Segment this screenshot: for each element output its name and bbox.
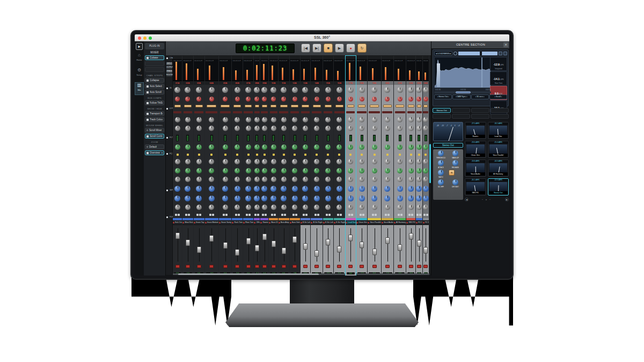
knob[interactable]	[271, 126, 276, 131]
record-arm-icon[interactable]	[194, 222, 195, 223]
knob[interactable]	[245, 186, 251, 192]
channel-strip-bass-sub[interactable]: SSL/B 4CH12ABass Sub-2.8	[290, 56, 300, 276]
knob[interactable]	[262, 205, 267, 210]
knob[interactable]	[423, 196, 429, 201]
vu-tile-vocal-audio[interactable]: -19.8 dBFSVocal Audio	[465, 160, 486, 177]
track-name[interactable]: Vocs Parallel	[368, 220, 380, 225]
knob[interactable]	[235, 159, 240, 164]
panel-item-track-colours[interactable]: Track Colours	[145, 117, 164, 122]
mute-button[interactable]	[235, 265, 239, 268]
dynamics-button[interactable]	[408, 105, 414, 107]
knob[interactable]	[314, 97, 319, 102]
mute-button[interactable]	[223, 265, 228, 268]
strip-tab[interactable]	[232, 56, 243, 60]
knob[interactable]	[185, 87, 191, 93]
knob[interactable]	[261, 196, 267, 201]
fader[interactable]: 0.0	[311, 225, 322, 276]
switch-row[interactable]	[314, 214, 319, 216]
comp-knob-threshold[interactable]: THRESHOLD	[434, 150, 448, 159]
knob[interactable]	[235, 144, 240, 150]
close-icon[interactable]: ✕	[503, 42, 508, 47]
switch-row[interactable]	[408, 214, 413, 216]
strip-tab[interactable]	[279, 56, 289, 60]
channel-strip-rooms[interactable]: SSL/B 4CH09ARooms0.0	[260, 56, 268, 276]
knob[interactable]	[292, 196, 298, 201]
mute-button[interactable]	[255, 265, 259, 268]
switch-row[interactable]	[398, 214, 402, 216]
knob[interactable]	[408, 168, 414, 173]
knob[interactable]	[196, 186, 202, 192]
knob[interactable]	[254, 177, 260, 182]
track-name[interactable]: FX 2	[416, 220, 422, 225]
knob[interactable]	[423, 177, 428, 182]
knob[interactable]	[348, 144, 353, 150]
knob[interactable]	[246, 97, 251, 102]
fader[interactable]: 0.0	[219, 225, 231, 276]
selector-scroll[interactable]: ◂ Scroll ▸	[489, 95, 507, 99]
mixer-section-in[interactable]: IN	[166, 87, 172, 89]
knob[interactable]	[416, 144, 422, 150]
record-arm-icon[interactable]	[423, 222, 425, 223]
switch-row[interactable]	[416, 214, 421, 216]
panel-item-overview[interactable]: Overview▾	[145, 150, 164, 155]
knob[interactable]	[185, 177, 191, 182]
fader-cap[interactable]	[348, 235, 353, 241]
knob[interactable]	[336, 196, 342, 201]
channel-strip-fx-3[interactable]: SSL/B 4CH24AFX 30.0	[423, 56, 429, 276]
dynamics-button[interactable]	[335, 105, 343, 107]
focus-slot-empty[interactable]	[452, 114, 470, 119]
knob[interactable]	[185, 205, 191, 210]
switch-row[interactable]	[235, 214, 240, 216]
channel-strip-b-gtr-right[interactable]: SSL/B 4CH14AB Gtr Right0.0	[311, 56, 322, 276]
channel-strip-fx-2[interactable]: SSL/B 4CH23AFX 20.0	[416, 56, 422, 276]
knob[interactable]	[408, 159, 414, 164]
track-name[interactable]: REV FX	[406, 220, 415, 225]
knob[interactable]	[254, 126, 260, 131]
switch-row[interactable]	[254, 214, 259, 216]
knob[interactable]	[325, 205, 331, 210]
knob[interactable]	[235, 97, 240, 102]
knob[interactable]	[438, 179, 444, 185]
knob[interactable]	[397, 87, 403, 93]
knob[interactable]	[175, 126, 180, 131]
mute-button[interactable]	[175, 265, 180, 268]
knob[interactable]	[209, 126, 214, 131]
knob[interactable]	[235, 196, 240, 201]
knob[interactable]	[281, 205, 287, 210]
record-arm-icon[interactable]	[173, 222, 174, 223]
track-name[interactable]: E Gtr Left	[323, 220, 333, 225]
fader[interactable]: 0.0	[346, 225, 356, 276]
knob[interactable]	[325, 126, 331, 131]
switch-row[interactable]	[175, 214, 180, 216]
fader-cap[interactable]	[175, 233, 180, 239]
mute-button[interactable]	[314, 265, 319, 268]
fader[interactable]: 0.0	[260, 225, 268, 276]
record-arm-icon[interactable]	[382, 222, 383, 223]
knob[interactable]	[175, 177, 180, 182]
knob[interactable]	[303, 144, 308, 150]
knob[interactable]	[416, 205, 422, 210]
knob[interactable]	[223, 117, 228, 122]
knob[interactable]	[408, 186, 414, 192]
strip-tab[interactable]	[323, 56, 333, 60]
knob[interactable]	[235, 177, 240, 182]
knob[interactable]	[196, 196, 202, 201]
mute-button[interactable]	[417, 265, 421, 268]
fader[interactable]: -5.5	[323, 225, 333, 276]
fader-cap[interactable]	[326, 239, 330, 245]
knob[interactable]	[371, 186, 377, 192]
knob[interactable]	[416, 196, 422, 201]
knob[interactable]	[408, 97, 413, 102]
fader-cap[interactable]	[272, 241, 276, 247]
knob[interactable]	[416, 126, 422, 131]
prev-button[interactable]: |◀	[301, 44, 310, 53]
knob[interactable]	[303, 168, 308, 173]
track-name[interactable]: Kick Out	[173, 220, 182, 225]
knob[interactable]	[423, 159, 428, 164]
comp-knob-make-up[interactable]: MAKE-UP	[449, 150, 462, 159]
knob[interactable]	[174, 87, 180, 93]
dynamics-button[interactable]	[233, 105, 241, 107]
fader-cap[interactable]	[303, 243, 308, 250]
dynamics-button[interactable]	[302, 105, 309, 107]
knob[interactable]	[348, 186, 354, 192]
